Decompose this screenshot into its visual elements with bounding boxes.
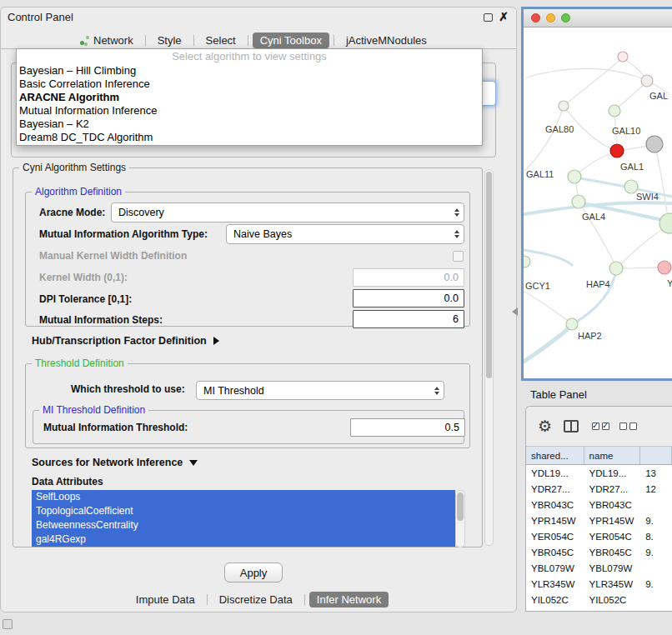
network-node[interactable] [641,75,653,87]
table-cell: 9. [640,544,672,560]
manual-kernel-label: Manual Kernel Width Definition [39,250,187,262]
hub-section-toggle[interactable]: Hub/Transcription Factor Definition [32,335,219,347]
gear-icon[interactable]: ⚙ [538,418,552,434]
dpi-tolerance-field[interactable] [353,289,464,308]
node-label-gal11: GAL11 [526,169,554,179]
list-item-selfloops[interactable]: SelfLoops [32,490,455,504]
network-node[interactable] [609,262,623,275]
network-node[interactable] [609,105,620,117]
list-item-topologicalcoefficient[interactable]: TopologicalCoefficient [32,504,455,518]
list-item-betweennesscentrality[interactable]: BetweennessCentrality [32,518,455,532]
close-window-icon[interactable] [531,13,540,22]
bottom-tab-discretize-data[interactable]: Discretize Data [212,592,300,608]
kernel-width-field[interactable] [353,268,464,287]
network-node[interactable] [524,256,530,268]
bottom-tab-impute-data[interactable]: Impute Data [128,592,203,608]
control-panel-title: Control Panel [8,11,73,23]
table-toolbar: ⚙ [526,407,672,447]
network-edge[interactable] [617,268,664,268]
table-cell: YDR27... [526,481,584,497]
node-label-gal80: GAL80 [545,124,574,134]
attribute-list-scrollbar[interactable] [455,490,465,548]
mi-steps-field[interactable] [353,310,464,328]
network-edge[interactable] [655,145,668,218]
table-row[interactable]: YDR27...YDR27...12 [526,481,672,497]
network-node[interactable] [566,318,578,330]
table-cell: YIL052C [526,592,584,608]
sources-section-toggle[interactable]: Sources for Network Inference [32,457,198,468]
network-edge[interactable] [524,324,573,362]
network-edge[interactable] [573,269,616,324]
settings-scrollbar[interactable] [484,169,494,546]
table-row[interactable]: YBR045CYBR045C9. [526,544,672,560]
tab-select[interactable]: Select [198,32,243,48]
column-header[interactable]: shared... [526,447,584,464]
control-panel-tabs: NetworkStyleSelectCyni ToolboxjActiveMNo… [1,32,516,48]
dropdown-item-bayesian-hill-climbing[interactable]: Bayesian – Hill Climbing [17,64,482,78]
deselect-all-icon[interactable] [619,422,637,430]
manual-kernel-checkbox[interactable] [453,251,464,262]
table-row[interactable]: YDL19...YDL19...13 [526,465,672,481]
aracne-mode-combo[interactable]: Discovery [111,202,464,222]
table-cell: YDR27... [584,481,641,497]
scrollbar-thumb[interactable] [486,172,492,378]
scrollbar-thumb[interactable] [457,492,464,521]
sources-section-label: Sources for Network Inference [32,457,183,468]
table-cell: YLR345W [526,576,584,592]
list-item-gal4rgexp[interactable]: gal4RGexp [32,532,455,547]
dropdown-item-aracne-algorithm[interactable]: ARACNE Algorithm [17,91,482,104]
table-cell: YBR043C [584,497,641,512]
network-node[interactable] [610,144,624,158]
tab-network[interactable]: Network [73,32,141,48]
select-all-icon[interactable] [592,422,609,430]
dropdown-item-mutual-information-inference[interactable]: Mutual Information Inference [17,104,482,118]
which-threshold-combo[interactable]: MI Threshold [196,381,444,400]
network-edge[interactable] [564,58,623,106]
table-cell: 12 [640,481,672,497]
table-row[interactable]: YBL079WYBL079W [526,560,672,576]
table-cell: 9. [640,512,672,528]
splitter-collapse-icon[interactable] [512,308,518,316]
column-header[interactable]: name [584,447,641,464]
minimized-panel-icon[interactable] [3,619,13,629]
network-node[interactable] [646,136,663,152]
apply-button[interactable]: Apply [224,562,283,582]
tab-separator [193,35,194,46]
dropdown-item-bayesian-k2[interactable]: Bayesian – K2 [17,118,482,131]
network-edge[interactable] [575,152,615,176]
tab-style[interactable]: Style [150,32,189,48]
dropdown-item-basic-correlation-inference[interactable]: Basic Correlation Inference [17,78,482,91]
bottom-tab-infer-network[interactable]: Infer Network [309,592,389,608]
mi-threshold-field[interactable] [350,418,465,437]
mi-algorithm-type-combo[interactable]: Naive Bayes [226,224,464,244]
float-window-icon[interactable] [484,13,493,22]
table-row[interactable]: YBR043CYBR043C [526,497,672,512]
network-edge[interactable] [524,107,564,171]
tab-cyni-toolbox[interactable]: Cyni Toolbox [253,32,329,48]
tab-jactivemnodules[interactable]: jActiveMNodules [339,32,434,48]
table-row[interactable]: YPR145WYPR145W9. [526,512,672,528]
network-edge[interactable] [524,292,572,323]
zoom-window-icon[interactable] [561,13,570,22]
network-node[interactable] [658,261,671,274]
close-panel-icon[interactable]: ✗ [499,10,509,23]
network-tab-icon [80,36,89,45]
algorithm-definition-title: Algorithm Definition [32,186,125,198]
table-row[interactable]: YLR345WYLR345W9. [526,576,672,592]
column-header[interactable] [640,447,672,464]
network-edge[interactable] [524,250,572,265]
network-node[interactable] [568,170,581,183]
mi-algorithm-type-value: Naive Bayes [233,228,292,240]
table-cell: YBR045C [526,544,584,560]
network-node[interactable] [572,195,585,208]
network-node[interactable] [559,101,569,111]
columns-icon[interactable] [564,420,579,432]
dropdown-item-dream8-dc-tdc-algorithm[interactable]: Dream8 DC_TDC Algorithm [17,131,482,144]
network-canvas[interactable]: GALGAL80GAL10GAL11GAL1SWI4GAL4GCY1HAP4YH… [524,28,672,378]
network-node[interactable] [618,52,628,62]
minimize-window-icon[interactable] [546,13,555,22]
table-row[interactable]: YER054CYER054C8. [526,528,672,544]
table-row[interactable]: YIL052CYIL052C [526,592,672,608]
tab-separator [207,594,208,605]
network-edge[interactable] [615,82,647,110]
